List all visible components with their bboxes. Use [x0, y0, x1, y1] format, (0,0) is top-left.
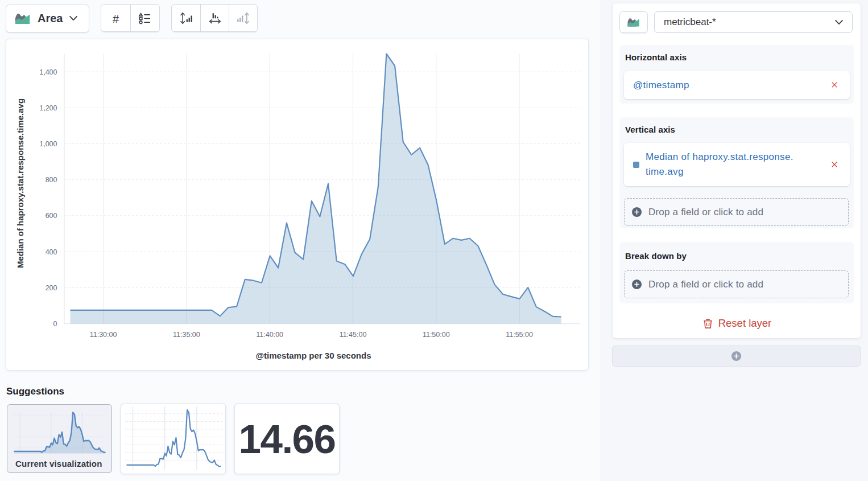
svg-text:1,000: 1,000	[39, 140, 57, 148]
svg-text:600: 600	[46, 212, 57, 220]
svg-text:@timestamp per 30 seconds: @timestamp per 30 seconds	[255, 351, 371, 360]
svg-text:11:30:00: 11:30:00	[90, 331, 117, 339]
svg-text:11:35:00: 11:35:00	[173, 331, 200, 339]
svg-text:1,400: 1,400	[39, 68, 57, 76]
svg-text:11:40:00: 11:40:00	[256, 331, 283, 339]
svg-text:11:50:00: 11:50:00	[423, 331, 450, 339]
svg-text:0: 0	[53, 320, 57, 328]
svg-text:200: 200	[46, 284, 57, 292]
svg-text:Median of haproxy.stat.respons: Median of haproxy.stat.response.time.avg	[15, 98, 25, 268]
svg-text:400: 400	[46, 248, 57, 256]
svg-text:800: 800	[46, 176, 57, 184]
svg-text:1,200: 1,200	[39, 104, 57, 112]
svg-text:11:55:00: 11:55:00	[506, 331, 533, 339]
svg-text:11:45:00: 11:45:00	[340, 331, 367, 339]
